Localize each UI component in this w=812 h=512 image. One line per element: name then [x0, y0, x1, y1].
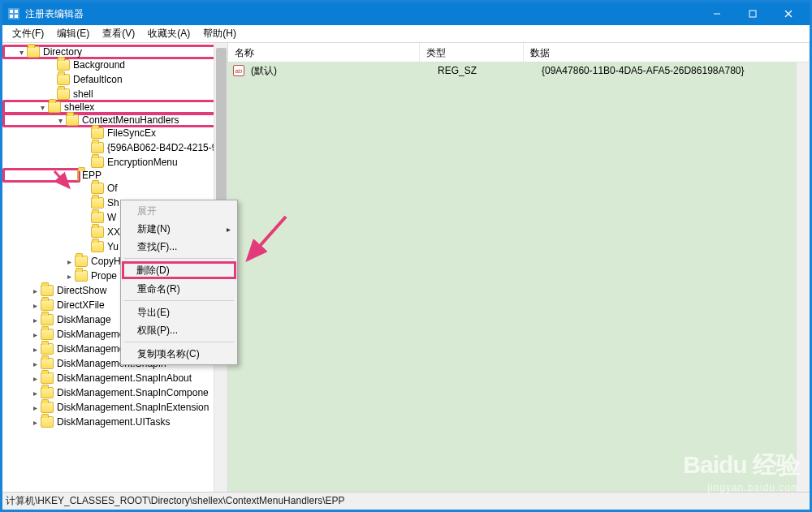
- node-label: Directory: [43, 46, 82, 58]
- svg-rect-2: [15, 10, 18, 13]
- twisty-icon[interactable]: [30, 417, 40, 427]
- twisty-icon[interactable]: [64, 271, 74, 281]
- folder-icon: [41, 314, 54, 325]
- folder-icon: [41, 285, 54, 296]
- svg-rect-6: [749, 11, 756, 17]
- column-name[interactable]: 名称: [228, 43, 420, 62]
- tree-node-diskmanagement-snapinextension[interactable]: DiskManagement.SnapInExtension: [2, 400, 227, 415]
- svg-rect-4: [15, 15, 18, 18]
- tree-node-guid[interactable]: {596AB062-B4D2-4215-9: [2, 140, 227, 155]
- tree-node-filesyncex[interactable]: FileSyncEx: [2, 126, 227, 140]
- context-find[interactable]: 查找(F)...: [123, 238, 235, 256]
- column-data[interactable]: 数据: [524, 43, 810, 62]
- twisty-icon[interactable]: [30, 315, 40, 325]
- context-delete[interactable]: 删除(D): [122, 261, 236, 279]
- folder-icon: [41, 343, 54, 355]
- twisty-icon[interactable]: [30, 388, 40, 398]
- node-label: DiskManagement.SnapInCompone: [57, 387, 209, 398]
- cell-name: (默认): [248, 64, 434, 78]
- cell-data: {09A47860-11B0-4DA5-AFA5-26D86198A780}: [538, 65, 810, 76]
- tree-node-defaulticon[interactable]: DefaultIcon: [2, 72, 227, 87]
- folder-icon: [57, 59, 70, 71]
- scrollbar-thumb[interactable]: [216, 48, 227, 210]
- folder-icon: [91, 241, 104, 252]
- menu-favorites[interactable]: 收藏夹(A): [141, 25, 197, 42]
- menu-bar: 文件(F) 编辑(E) 查看(V) 收藏夹(A) 帮助(H): [2, 25, 810, 43]
- node-label: XX: [107, 226, 120, 238]
- tree-node-diskmanagement-snapinabout[interactable]: DiskManagement.SnapInAbout: [2, 371, 227, 385]
- menu-view[interactable]: 查看(V): [96, 25, 141, 42]
- node-label: EncryptionMenu: [107, 157, 178, 168]
- list-row[interactable]: ab (默认) REG_SZ {09A47860-11B0-4DA5-AFA5-…: [228, 62, 810, 79]
- folder-icon: [41, 416, 54, 428]
- context-rename[interactable]: 重命名(R): [123, 280, 235, 298]
- close-button[interactable]: [771, 2, 806, 25]
- context-separator: [124, 342, 234, 342]
- twisty-icon[interactable]: [30, 373, 40, 383]
- context-new[interactable]: 新建(N): [123, 220, 235, 238]
- folder-icon: [91, 212, 104, 223]
- tree-node-of[interactable]: Of: [2, 181, 227, 196]
- node-label: shell: [73, 88, 93, 100]
- node-label: CopyH: [91, 256, 121, 267]
- tree-node-background[interactable]: Background: [2, 58, 227, 72]
- context-copykeyname[interactable]: 复制项名称(C): [123, 345, 235, 363]
- window-buttons: [699, 2, 806, 25]
- node-label: DiskManagement.UITasks: [57, 416, 170, 428]
- status-path: 计算机\HKEY_CLASSES_ROOT\Directory\shellex\…: [6, 494, 345, 508]
- folder-icon: [91, 157, 104, 168]
- svg-rect-1: [10, 10, 13, 13]
- column-type[interactable]: 类型: [420, 43, 524, 62]
- node-label: Sh: [107, 197, 119, 209]
- twisty-icon[interactable]: [16, 47, 26, 57]
- context-permissions[interactable]: 权限(P)...: [123, 321, 235, 339]
- node-label: EPP: [82, 170, 102, 181]
- node-label: DefaultIcon: [73, 74, 123, 85]
- minimize-button[interactable]: [699, 2, 735, 25]
- menu-edit[interactable]: 编辑(E): [50, 25, 96, 42]
- list-pane: 名称 类型 数据 ab (默认) REG_SZ {09A47860-11B0-4…: [228, 43, 810, 492]
- folder-icon: [41, 387, 54, 398]
- twisty-icon[interactable]: [30, 329, 40, 339]
- node-label: FileSyncEx: [107, 127, 156, 139]
- list-scrollbar[interactable]: [796, 62, 810, 492]
- menu-help[interactable]: 帮助(H): [197, 25, 243, 42]
- menu-file[interactable]: 文件(F): [6, 25, 50, 42]
- node-label: DiskManage: [57, 314, 111, 325]
- tree-node-diskmanagement-snapincomponent[interactable]: DiskManagement.SnapInCompone: [2, 385, 227, 400]
- twisty-icon[interactable]: [55, 115, 65, 125]
- twisty-icon[interactable]: [37, 102, 47, 112]
- context-menu: 展开 新建(N) 查找(F)... 删除(D) 重命名(R) 导出(E) 权限(…: [120, 200, 238, 365]
- folder-icon: [91, 183, 104, 194]
- folder-icon: [91, 127, 104, 139]
- folder-icon: [41, 402, 54, 413]
- folder-icon: [75, 270, 88, 282]
- node-label: Of: [107, 183, 118, 194]
- folder-icon: [48, 101, 61, 113]
- folder-icon: [57, 88, 70, 100]
- twisty-icon[interactable]: [30, 359, 40, 368]
- node-label: W: [107, 212, 116, 223]
- folder-icon: [41, 372, 54, 384]
- twisty-icon[interactable]: [30, 344, 40, 354]
- node-label: {596AB062-B4D2-4215-9: [107, 142, 217, 153]
- maximize-button[interactable]: [735, 2, 771, 25]
- folder-icon: [27, 46, 40, 58]
- tree-node-diskmanagement-uitasks[interactable]: DiskManagement.UITasks: [2, 415, 227, 429]
- twisty-icon[interactable]: [30, 402, 40, 412]
- node-label: DiskManagement.SnapInExtension: [57, 402, 209, 413]
- list-header: 名称 类型 数据: [228, 43, 810, 62]
- folder-icon: [41, 299, 54, 311]
- node-label: ContextMenuHandlers: [82, 114, 179, 126]
- node-label: shellex: [64, 101, 94, 113]
- folder-icon: [91, 226, 104, 238]
- twisty-icon[interactable]: [64, 256, 74, 266]
- node-label: DirectXFile: [57, 299, 105, 311]
- twisty-icon[interactable]: [30, 300, 40, 310]
- svg-rect-3: [10, 15, 13, 18]
- status-bar: 计算机\HKEY_CLASSES_ROOT\Directory\shellex\…: [2, 492, 810, 510]
- context-separator: [124, 300, 234, 301]
- twisty-icon[interactable]: [30, 286, 40, 295]
- node-label: Prope: [91, 270, 117, 282]
- context-export[interactable]: 导出(E): [123, 303, 235, 321]
